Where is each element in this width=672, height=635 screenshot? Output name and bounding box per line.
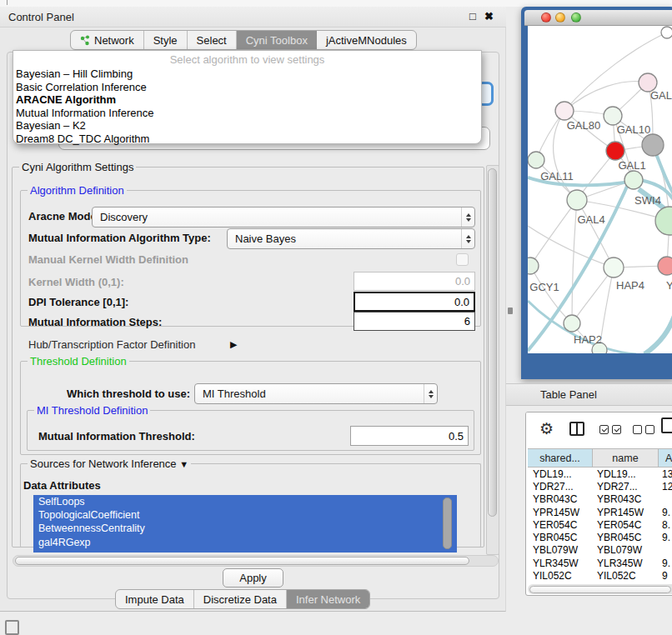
attribute-list-item[interactable]: TopologicalCoefficient	[33, 508, 457, 522]
expand-arrow-icon[interactable]: ▶	[230, 339, 237, 350]
which-threshold-combobox[interactable]: MI Threshold	[194, 383, 438, 404]
table-row[interactable]: YPR145W YPR145W 9.	[528, 506, 672, 518]
tab-infer-network[interactable]: Infer Network	[287, 590, 369, 608]
gear-icon[interactable]: ⚙	[539, 419, 554, 438]
menu-item-basic-correlation[interactable]: Basic Correlation Inference	[13, 81, 481, 94]
table-hscrollbar-thumb[interactable]	[529, 586, 671, 593]
node-salmon[interactable]	[658, 257, 672, 275]
tab-style[interactable]: Style	[144, 31, 188, 49]
cell-value: 12	[659, 481, 672, 492]
document-icon[interactable]	[661, 418, 672, 433]
column-header-shared-name[interactable]: shared...	[528, 449, 593, 467]
kernel-width-input[interactable]: 0.0	[354, 272, 475, 291]
dpi-tolerance-label: DPI Tolerance [0,1]:	[28, 296, 128, 308]
attribute-list-item[interactable]: BetweennessCentrality	[33, 522, 457, 535]
table-row[interactable]: YDR27... YDR27... 12	[528, 480, 672, 492]
collapse-arrow-icon[interactable]: ▼	[179, 459, 188, 469]
tab-select[interactable]: Select	[188, 31, 237, 49]
column-header-name[interactable]: name	[593, 449, 659, 467]
attribute-list-item[interactable]: SelfLoops	[33, 495, 457, 508]
node-gal11[interactable]	[528, 152, 544, 168]
table-row[interactable]: YDL19... YDL19... 13	[528, 468, 672, 480]
minimize-traffic-light[interactable]	[555, 12, 565, 22]
network-canvas[interactable]: GAL GAL80 GAL10 GAL1 GAL11 SWI4 GAL4 GCY…	[528, 26, 672, 353]
algorithm-definition-title: Algorithm Definition	[28, 184, 127, 197]
node-gal4[interactable]	[567, 190, 587, 210]
tab-network[interactable]: Network	[71, 31, 144, 49]
node-hap4[interactable]	[604, 258, 624, 278]
dropdown-placeholder: Select algorithm to view settings	[13, 52, 481, 68]
svg-text:GAL10: GAL10	[617, 123, 650, 136]
node-hap2[interactable]	[564, 315, 580, 332]
node-gal1-selected[interactable]	[606, 142, 624, 160]
hub-section-label: Hub/Transcription Factor Definition	[28, 338, 195, 351]
svg-text:GAL1: GAL1	[618, 159, 645, 172]
control-panel-window: Control Panel □ ✖ Network Style Select C…	[0, 7, 506, 612]
network-window-titlebar	[524, 10, 672, 26]
cell-shared-name: YDL19...	[528, 468, 593, 480]
attribute-list-scrollbar[interactable]	[443, 498, 452, 549]
node-gcy1[interactable]	[528, 258, 539, 274]
settings-vscrollbar-thumb[interactable]	[488, 168, 497, 517]
aracne-mode-combobox[interactable]: Discovery	[92, 207, 475, 228]
menu-item-aracne[interactable]: ARACNE Algorithm	[13, 93, 481, 107]
settings-group-title: Cyni Algorithm Settings	[19, 161, 136, 173]
node-gal80[interactable]	[555, 102, 574, 120]
table-browser-window: ⚙ shared... name A YDL19... YDL19... 13	[525, 412, 672, 596]
cell-value: 8.	[659, 519, 672, 531]
cell-name: YBL079W	[593, 544, 659, 556]
panel-divider-handle[interactable]	[508, 308, 513, 314]
checked-checkbox-icon[interactable]	[599, 425, 609, 434]
cell-shared-name: YIL052C	[528, 570, 593, 582]
mi-type-combobox[interactable]: Naive Bayes	[227, 228, 475, 249]
cell-name: YIL052C	[593, 570, 659, 582]
cell-shared-name: YBL079W	[528, 544, 593, 556]
checked-checkbox-icon[interactable]	[612, 425, 621, 434]
node-gal10[interactable]	[604, 107, 622, 125]
cell-shared-name: YPR145W	[528, 507, 593, 518]
tab-jactivemnodules[interactable]: jActiveMNodules	[317, 31, 416, 49]
network-graph: GAL GAL80 GAL10 GAL1 GAL11 SWI4 GAL4 GCY…	[528, 26, 672, 353]
table-row[interactable]: YBL079W YBL079W	[528, 544, 672, 557]
mi-threshold-input[interactable]: 0.5	[350, 426, 469, 446]
mi-steps-label: Mutual Information Steps:	[28, 316, 162, 328]
menu-item-bayesian-hill-climbing[interactable]: Bayesian – Hill Climbing	[13, 68, 481, 81]
attribute-list-item[interactable]: gal4RGexp	[33, 536, 457, 549]
table-row[interactable]: YBR043C YBR043C	[528, 493, 672, 506]
tab-discretize-data[interactable]: Discretize Data	[194, 590, 287, 608]
screen: Control Panel □ ✖ Network Style Select C…	[0, 0, 672, 635]
close-icon[interactable]: ✖	[484, 10, 494, 22]
network-view-window: GAL GAL80 GAL10 GAL1 GAL11 SWI4 GAL4 GCY…	[521, 7, 672, 379]
svg-text:GAL4: GAL4	[577, 213, 604, 226]
tab-cyni-toolbox[interactable]: Cyni Toolbox	[237, 31, 317, 49]
manual-kernel-checkbox[interactable]	[456, 253, 469, 266]
menu-item-mutual-information[interactable]: Mutual Information Inference	[13, 107, 481, 120]
node[interactable]	[661, 27, 672, 38]
collapsed-panel-icon[interactable]	[5, 620, 19, 635]
unchecked-checkbox-icon[interactable]	[633, 425, 642, 434]
zoom-traffic-light[interactable]	[571, 12, 581, 22]
node-swi4[interactable]	[624, 171, 643, 189]
menu-item-bayesian-k2[interactable]: Bayesian – K2	[13, 119, 481, 132]
apply-button[interactable]: Apply	[223, 568, 283, 588]
tab-impute-data[interactable]: Impute Data	[116, 590, 194, 608]
mi-steps-input[interactable]: 6	[354, 312, 475, 331]
split-columns-icon[interactable]	[569, 422, 584, 436]
cell-name: YDL19...	[593, 468, 659, 480]
settings-hscrollbar-thumb[interactable]	[15, 557, 469, 565]
dpi-tolerance-input[interactable]: 0.0	[354, 292, 475, 312]
table-row[interactable]: YBR045C YBR045C 9.	[528, 531, 672, 543]
table-row[interactable]: YER054C YER054C 8.	[528, 518, 672, 531]
table-row[interactable]: YLR345W YLR345W 9.	[528, 557, 672, 569]
float-window-icon[interactable]: □	[469, 10, 476, 22]
unchecked-checkbox-icon[interactable]	[645, 425, 654, 434]
close-traffic-light[interactable]	[541, 12, 551, 22]
menu-item-dream8[interactable]: Dream8 DC_TDC Algorithm	[13, 132, 481, 146]
cell-name: YPR145W	[593, 507, 659, 518]
node-gray[interactable]	[642, 134, 664, 156]
cell-shared-name: YLR345W	[528, 558, 593, 569]
bottom-tabbar: Impute Data Discretize Data Infer Networ…	[115, 589, 370, 609]
table-row[interactable]: YIL052C YIL052C 9	[528, 569, 672, 582]
node-large-green[interactable]	[655, 207, 672, 235]
column-header-clipped[interactable]: A	[659, 449, 672, 467]
